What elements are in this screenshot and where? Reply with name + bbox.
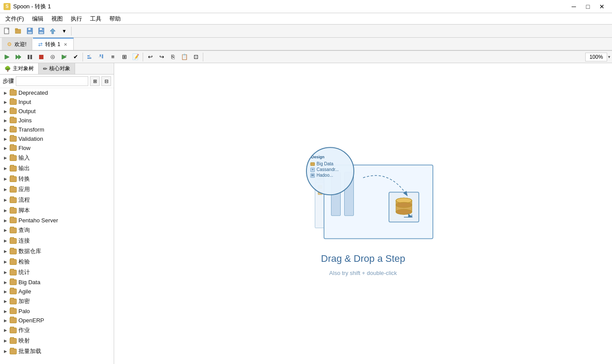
- menu-help[interactable]: 帮助: [106, 14, 124, 24]
- dropdown-button[interactable]: ▾: [59, 26, 69, 36]
- tree-item-input-cn[interactable]: ▶ 输入: [0, 153, 114, 163]
- tree-item-process[interactable]: ▶ 流程: [0, 195, 114, 205]
- redo-button[interactable]: ↪: [156, 52, 167, 62]
- folder-icon-output-cn: [10, 166, 17, 171]
- menu-file[interactable]: 文件(F): [2, 14, 28, 24]
- search-input[interactable]: [16, 76, 88, 86]
- tree-item-joins[interactable]: ▶ Joins: [0, 116, 114, 125]
- tree-arrow-process: ▶: [3, 197, 8, 203]
- tree-arrow-agile: ▶: [3, 289, 8, 294]
- paste-button[interactable]: 📋: [179, 52, 190, 62]
- tree-item-transform[interactable]: ▶ Transform: [0, 125, 114, 134]
- menu-edit[interactable]: 编辑: [29, 14, 47, 24]
- tree-item-deprecated[interactable]: ▶ Deprecated: [0, 88, 114, 97]
- tree-item-validation[interactable]: ▶ Validation: [0, 134, 114, 143]
- runsmall-button[interactable]: [13, 52, 24, 62]
- preview-button[interactable]: [47, 52, 58, 62]
- tab-close-button[interactable]: ✕: [63, 42, 68, 47]
- tree-arrow-dw: ▶: [3, 249, 8, 254]
- tree-item-output-cn[interactable]: ▶ 输出: [0, 163, 114, 174]
- folder-icon-openerp: [10, 318, 17, 323]
- tree-arrow-palo: ▶: [3, 309, 8, 314]
- copy-button[interactable]: ⎘: [168, 52, 178, 62]
- tree-item-mapping[interactable]: ▶ 映射: [0, 335, 114, 346]
- tree-item-app[interactable]: ▶ 应用: [0, 184, 114, 195]
- menu-tools[interactable]: 工具: [86, 14, 105, 24]
- align-h-button[interactable]: [85, 52, 95, 62]
- tree-item-pentaho[interactable]: ▶ Pentaho Server: [0, 216, 114, 225]
- tab-welcome[interactable]: ⚙ 欢迎!: [2, 38, 32, 50]
- tree-item-encrypt[interactable]: ▶ 加密: [0, 296, 114, 307]
- tree-item-bigdata[interactable]: ▶ Big Data: [0, 278, 114, 287]
- export-button[interactable]: [47, 26, 58, 36]
- menu-view[interactable]: 视图: [48, 14, 66, 24]
- tree-arrow-input: ▶: [3, 100, 8, 105]
- tree-arrow-input-cn: ▶: [3, 155, 8, 161]
- folder-icon-verify: [10, 259, 17, 265]
- tree-item-output[interactable]: ▶ Output: [0, 107, 114, 116]
- tree-item-openerp[interactable]: ▶ OpenERP: [0, 316, 114, 325]
- open-button[interactable]: [13, 26, 24, 36]
- tree-item-job[interactable]: ▶ 作业: [0, 325, 114, 335]
- tree-item-palo[interactable]: ▶ Palo: [0, 307, 114, 316]
- bigdata-folder-icon: [310, 162, 315, 166]
- cassandra-item: ≡ Cassandr...: [310, 167, 339, 172]
- tree-label-transform-cn: 转换: [18, 175, 30, 183]
- hadoop-item: H Hadoo...: [310, 172, 333, 178]
- tree-item-transform-cn[interactable]: ▶ 转换: [0, 174, 114, 184]
- stop-button[interactable]: [36, 52, 47, 62]
- tree-item-script[interactable]: ▶ 脚本: [0, 205, 114, 216]
- canvas-area[interactable]: Design Big Data ≡ Cassandr... H Hadoo...: [114, 63, 612, 364]
- save-button[interactable]: [25, 26, 35, 36]
- search-expand-button[interactable]: ⊞: [90, 76, 100, 86]
- tree-arrow-bulkload: ▶: [3, 349, 8, 354]
- tree-label-dw: 数据仓库: [18, 247, 41, 255]
- tree-item-agile[interactable]: ▶ Agile: [0, 287, 114, 296]
- tree-item-connect[interactable]: ▶ 连接: [0, 236, 114, 246]
- select-button[interactable]: ⊞: [119, 52, 130, 62]
- tree-item-verify[interactable]: ▶ 检验: [0, 257, 114, 267]
- tree-item-dw[interactable]: ▶ 数据仓库: [0, 246, 114, 257]
- distribute-button[interactable]: ≡: [108, 52, 118, 62]
- pause-button[interactable]: [25, 52, 35, 62]
- zoom-input[interactable]: 100%: [585, 53, 607, 61]
- fit-button[interactable]: ⊡: [191, 52, 201, 62]
- maximize-button[interactable]: □: [581, 2, 594, 11]
- folder-icon-query: [10, 228, 17, 233]
- tree-arrow-transform: ▶: [3, 127, 8, 132]
- tree-label-mapping: 映射: [18, 337, 30, 345]
- svg-rect-4: [28, 28, 31, 30]
- tree-item-flow[interactable]: ▶ Flow: [0, 143, 114, 153]
- tree-item-input[interactable]: ▶ Input: [0, 97, 114, 107]
- tree-item-bulkload[interactable]: ▶ 批量加载: [0, 346, 114, 357]
- sidebar-tab-main-label: 主对象树: [13, 65, 34, 72]
- debug-button[interactable]: [59, 52, 69, 62]
- note-button[interactable]: 📝: [130, 52, 141, 62]
- tree-label-script: 脚本: [18, 207, 30, 214]
- saveas-button[interactable]: +: [36, 26, 47, 36]
- new-button[interactable]: [2, 26, 12, 36]
- hadoop-icon: H: [310, 173, 315, 178]
- menu-execute[interactable]: 执行: [67, 14, 86, 24]
- undo-button[interactable]: ↩: [145, 52, 155, 62]
- tree-arrow-validation: ▶: [3, 136, 8, 142]
- verify-button[interactable]: ✔: [70, 52, 81, 62]
- dashed-arrow: [346, 164, 416, 217]
- close-button[interactable]: ✕: [595, 2, 608, 11]
- align-v-button[interactable]: [96, 52, 107, 62]
- sidebar-tab-main[interactable]: 🌳 主对象树: [0, 63, 39, 74]
- sidebar-tab-core[interactable]: ✏ 核心对象: [39, 63, 75, 74]
- minimize-button[interactable]: ─: [567, 2, 580, 11]
- folder-icon-dw: [10, 249, 17, 254]
- run-button[interactable]: [2, 52, 12, 62]
- tree-item-query[interactable]: ▶ 查询: [0, 225, 114, 236]
- hadoop-label: Hadoo...: [317, 173, 333, 178]
- tree-item-stats[interactable]: ▶ 统计: [0, 267, 114, 278]
- tree-label-input-cn: 输入: [18, 154, 30, 162]
- tree-arrow-deprecated: ▶: [3, 90, 8, 96]
- folder-icon-process: [10, 197, 17, 203]
- search-collapse-button[interactable]: ⊟: [101, 76, 111, 86]
- zoom-dropdown-icon[interactable]: ▾: [608, 54, 610, 59]
- tab-transform1[interactable]: ⇄ 转换 1 ✕: [33, 38, 74, 50]
- tree-label-output-cn: 输出: [18, 164, 30, 172]
